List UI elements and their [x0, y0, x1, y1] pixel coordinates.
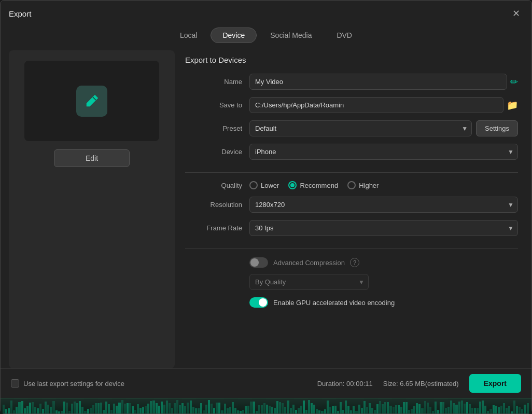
quality-higher-circle: [347, 181, 356, 189]
preset-label: Preset: [185, 125, 242, 132]
quality-recommend-inner: [290, 183, 295, 187]
quality-recommend-circle: [288, 181, 297, 189]
tab-local[interactable]: Local: [169, 27, 208, 43]
save-to-label: Save to: [185, 101, 242, 109]
quality-recommend-label: Recommend: [300, 182, 338, 189]
main-content: Edit Export to Devices Name ✏ Save to 📁: [1, 50, 531, 368]
waveform-inner: [1, 398, 531, 413]
resolution-select[interactable]: 1280x720 1920x1080 720x480: [249, 197, 518, 213]
bottom-bar: Use last export settings for device Dura…: [1, 368, 531, 398]
preset-row: Preset Default ▼ Settings: [185, 120, 518, 136]
by-quality-select[interactable]: By Quality: [249, 274, 369, 290]
preview-area: [24, 61, 159, 141]
save-to-row: Save to 📁: [185, 97, 518, 113]
quality-lower-label: Lower: [261, 182, 279, 189]
divider-1: [185, 172, 518, 173]
duration-text: Duration: 00:00:11: [317, 380, 373, 388]
info-group: Duration: 00:00:11 Size: 6.65 MB(estimat…: [317, 374, 521, 393]
quality-lower[interactable]: Lower: [249, 181, 279, 189]
resolution-select-wrapper: 1280x720 1920x1080 720x480 ▼: [249, 197, 518, 213]
right-panel: Export to Devices Name ✏ Save to 📁 Pre: [180, 50, 523, 368]
size-text: Size: 6.65 MB(estimated): [383, 380, 459, 388]
frame-rate-select-wrapper: 24 fps 30 fps 60 fps ▼: [249, 220, 518, 236]
name-input-group: ✏: [249, 74, 518, 90]
tab-dvd[interactable]: DVD: [325, 27, 363, 43]
save-to-input[interactable]: [249, 97, 503, 113]
device-select-wrapper: iPhone ▼: [249, 144, 518, 160]
edit-icon-box: [76, 86, 107, 117]
quality-row: Quality Lower Recommend Higher: [185, 181, 518, 189]
close-button[interactable]: ✕: [509, 7, 523, 20]
pencil-icon: [83, 93, 100, 109]
preset-select-wrapper: Default ▼: [249, 120, 472, 136]
export-window: Export ✕ Local Device Social Media DVD E…: [0, 0, 532, 414]
by-quality-select-wrapper: By Quality ▼: [249, 274, 369, 290]
divider-2: [185, 249, 518, 249]
last-export-check: Use last export settings for device: [11, 379, 124, 388]
preset-input-group: Default ▼ Settings: [249, 120, 518, 136]
tab-device[interactable]: Device: [211, 27, 257, 43]
quality-lower-circle: [249, 181, 258, 189]
help-icon[interactable]: ?: [350, 258, 359, 267]
resolution-row: Resolution 1280x720 1920x1080 720x480 ▼: [185, 197, 518, 213]
quality-label: Quality: [185, 182, 242, 189]
frame-rate-label: Frame Rate: [185, 224, 242, 232]
advanced-compression-row: Advanced Compression ?: [185, 257, 518, 268]
gpu-toggle-knob: [259, 298, 267, 307]
device-row: Device iPhone ▼: [185, 144, 518, 160]
advanced-compression-label: Advanced Compression: [273, 259, 345, 267]
quality-radio-group: Lower Recommend Higher: [249, 181, 379, 189]
quality-higher-label: Higher: [359, 182, 379, 189]
gpu-row: Enable GPU accelerated video encoding: [185, 297, 518, 308]
folder-icon[interactable]: 📁: [507, 100, 518, 111]
advanced-compression-toggle[interactable]: [249, 257, 268, 268]
left-panel: Edit: [9, 50, 175, 368]
gpu-toggle[interactable]: [249, 297, 268, 308]
device-select[interactable]: iPhone: [249, 144, 518, 160]
tab-social-media[interactable]: Social Media: [259, 27, 323, 43]
last-export-label: Use last export settings for device: [23, 380, 124, 388]
quality-higher[interactable]: Higher: [347, 181, 379, 189]
last-export-checkbox[interactable]: [11, 379, 19, 388]
section-title: Export to Devices: [185, 56, 518, 64]
window-title: Export: [9, 9, 31, 18]
title-bar: Export ✕: [1, 1, 531, 24]
name-input[interactable]: [249, 74, 507, 90]
gpu-label: Enable GPU accelerated video encoding: [273, 299, 395, 307]
device-label: Device: [185, 148, 242, 156]
frame-rate-row: Frame Rate 24 fps 30 fps 60 fps ▼: [185, 220, 518, 236]
name-row: Name ✏: [185, 74, 518, 90]
save-to-input-group: 📁: [249, 97, 518, 113]
ai-icon[interactable]: ✏: [510, 76, 518, 88]
waveform-bar: [1, 398, 531, 413]
frame-rate-select[interactable]: 24 fps 30 fps 60 fps: [249, 220, 518, 236]
export-button[interactable]: Export: [469, 374, 521, 393]
by-quality-row: By Quality ▼: [185, 274, 518, 290]
settings-button[interactable]: Settings: [476, 120, 518, 136]
preset-select[interactable]: Default: [249, 120, 472, 136]
resolution-label: Resolution: [185, 201, 242, 209]
edit-button[interactable]: Edit: [54, 149, 130, 167]
toggle-knob: [250, 258, 259, 267]
name-label: Name: [185, 78, 242, 86]
quality-recommend[interactable]: Recommend: [288, 181, 338, 189]
tabs-bar: Local Device Social Media DVD: [1, 24, 531, 50]
